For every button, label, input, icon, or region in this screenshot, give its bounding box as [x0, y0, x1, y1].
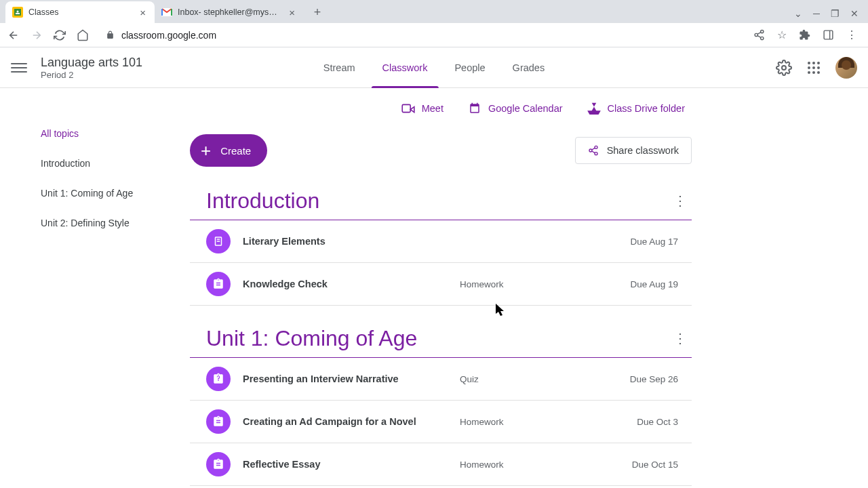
main-content: Meet Google Calendar Class Drive folder …: [190, 102, 732, 488]
back-button[interactable]: [7, 28, 20, 42]
tab-grades[interactable]: Grades: [513, 47, 545, 88]
topics-sidebar: All topics Introduction Unit 1: Coming o…: [0, 102, 190, 488]
minimize-icon[interactable]: ─: [813, 8, 820, 19]
close-icon[interactable]: ×: [287, 7, 297, 18]
svg-point-6: [755, 33, 757, 36]
topic-section: Unit 1: Coming of Age ⋮ Presenting an In…: [190, 325, 692, 486]
calendar-label: Google Calendar: [488, 103, 563, 114]
assignment-title: Literary Elements: [243, 236, 460, 247]
svg-line-9: [757, 33, 761, 35]
svg-point-14: [812, 62, 815, 64]
svg-point-20: [812, 71, 815, 74]
close-window-icon[interactable]: ✕: [850, 8, 859, 19]
assignment-row[interactable]: Reflective Essay Homework Due Oct 15: [190, 443, 692, 486]
sidebar-item-introduction[interactable]: Introduction: [41, 148, 190, 178]
bookmark-icon[interactable]: ☆: [777, 28, 787, 41]
window-controls: ⌄ ─ ❐ ✕: [794, 8, 868, 23]
tab-title: Classes: [28, 7, 58, 17]
url-field[interactable]: classroom.google.com: [99, 30, 744, 41]
assignment-title: Presenting an Interview Narrative: [243, 373, 460, 384]
tab-title: Inbox- stephkeller@myschool.edu: [178, 7, 279, 17]
browser-tab-inactive[interactable]: Inbox- stephkeller@myschool.edu ×: [155, 1, 304, 23]
svg-point-13: [808, 62, 810, 64]
assignment-icon: [206, 272, 231, 296]
meet-link[interactable]: Meet: [401, 102, 443, 115]
home-button[interactable]: [76, 28, 90, 42]
assignment-due: Due Aug 17: [630, 237, 678, 247]
calendar-link[interactable]: Google Calendar: [468, 102, 563, 115]
svg-marker-23: [410, 107, 414, 113]
svg-point-2: [17, 11, 19, 13]
assignment-icon: [206, 409, 231, 434]
share-label: Share classwork: [607, 145, 679, 156]
assignment-row[interactable]: Literary Elements Due Aug 17: [190, 220, 692, 263]
svg-point-18: [817, 66, 820, 69]
svg-point-26: [595, 152, 597, 155]
assignment-title: Knowledge Check: [243, 279, 460, 289]
assignment-title: Creating an Ad Campaign for a Novel: [243, 416, 460, 427]
svg-rect-10: [824, 30, 833, 39]
tab-classwork[interactable]: Classwork: [382, 47, 428, 88]
assignment-type: Homework: [460, 460, 632, 470]
assignment-due: Due Aug 19: [630, 279, 678, 289]
main-nav-tabs: Stream Classwork People Grades: [323, 47, 545, 88]
assignment-type: Homework: [460, 417, 637, 427]
url-text: classroom.google.com: [121, 30, 216, 41]
assignment-icon: [206, 452, 231, 476]
hamburger-menu-icon[interactable]: [11, 60, 27, 76]
topic-menu-icon[interactable]: ⋮: [668, 325, 692, 352]
side-panel-icon[interactable]: [823, 29, 834, 41]
create-button[interactable]: + Create: [190, 134, 267, 167]
share-classwork-button[interactable]: Share classwork: [575, 137, 692, 164]
chevron-down-icon[interactable]: ⌄: [794, 8, 802, 19]
svg-point-5: [761, 30, 764, 33]
svg-line-8: [757, 36, 761, 38]
class-title-block[interactable]: Language arts 101 Period 2: [41, 56, 142, 80]
close-icon[interactable]: ×: [138, 7, 148, 18]
classroom-favicon-icon: [12, 7, 23, 18]
svg-point-12: [782, 66, 786, 70]
drive-icon: [587, 102, 601, 115]
create-label: Create: [220, 145, 251, 157]
drive-label: Class Drive folder: [608, 103, 685, 114]
app-header: Language arts 101 Period 2 Stream Classw…: [0, 47, 868, 88]
address-bar: classroom.google.com ☆ ⋮: [0, 23, 868, 47]
chrome-menu-icon[interactable]: ⋮: [846, 28, 857, 41]
gmail-favicon-icon: [161, 7, 172, 18]
topic-menu-icon[interactable]: ⋮: [668, 187, 692, 214]
maximize-icon[interactable]: ❐: [831, 8, 840, 19]
svg-point-21: [817, 71, 820, 74]
assignment-due: Due Oct 3: [637, 417, 678, 427]
topic-title[interactable]: Introduction: [190, 188, 319, 214]
class-period: Period 2: [41, 70, 142, 80]
svg-point-19: [808, 71, 810, 74]
sidebar-item-unit-2[interactable]: Unit 2: Defining Style: [41, 208, 190, 238]
meet-icon: [401, 102, 415, 115]
new-tab-button[interactable]: +: [308, 3, 327, 22]
svg-point-15: [817, 62, 820, 64]
svg-line-27: [591, 151, 595, 153]
assignment-row[interactable]: Knowledge Check Homework Due Aug 19: [190, 263, 692, 306]
share-icon: [588, 145, 599, 156]
share-page-icon[interactable]: [753, 29, 765, 41]
plus-icon: +: [201, 140, 211, 161]
tab-people[interactable]: People: [454, 47, 485, 88]
sidebar-item-all-topics[interactable]: All topics: [41, 119, 190, 148]
browser-tab-strip: Classes × Inbox- stephkeller@myschool.ed…: [0, 0, 868, 23]
extensions-icon[interactable]: [799, 29, 810, 41]
drive-link[interactable]: Class Drive folder: [587, 102, 685, 115]
sidebar-item-unit-1[interactable]: Unit 1: Coming of Age: [41, 178, 190, 208]
user-avatar[interactable]: [835, 57, 857, 79]
reload-button[interactable]: [53, 28, 66, 42]
forward-button[interactable]: [30, 28, 43, 42]
browser-tab-active[interactable]: Classes ×: [5, 1, 155, 23]
quiz-icon: [206, 367, 231, 391]
svg-point-16: [808, 66, 810, 69]
assignment-row[interactable]: Creating an Ad Campaign for a Novel Home…: [190, 401, 692, 443]
topic-title[interactable]: Unit 1: Coming of Age: [190, 326, 417, 351]
gear-icon[interactable]: [776, 60, 792, 76]
google-apps-icon[interactable]: [806, 60, 822, 76]
assignment-type: Quiz: [460, 374, 630, 384]
tab-stream[interactable]: Stream: [323, 47, 355, 88]
assignment-row[interactable]: Presenting an Interview Narrative Quiz D…: [190, 358, 692, 401]
